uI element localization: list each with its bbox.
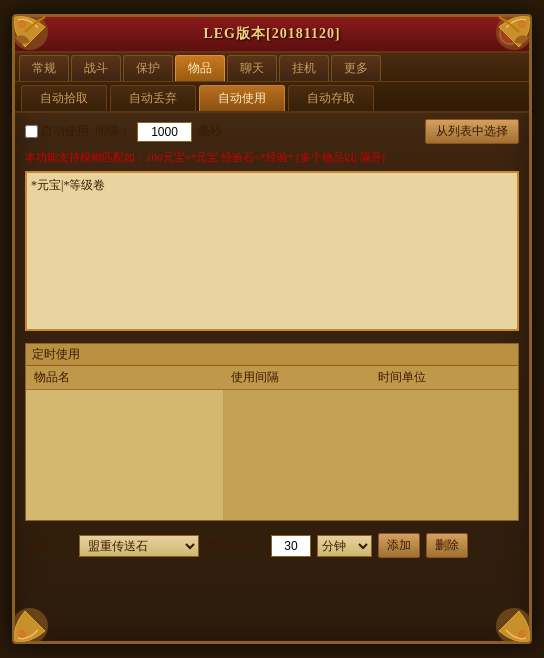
tab-battle[interactable]: 战斗 [71,55,121,81]
interval-label: 间隔： [95,123,131,140]
tab-auto-store[interactable]: 自动存取 [288,85,374,111]
svg-point-7 [518,630,526,638]
col-item-name: 物品名 [26,366,223,390]
interval-input[interactable] [137,122,192,142]
item-select[interactable]: 盟重传送石 [79,535,199,557]
main-window: LEG版本[20181120] × 常规 战斗 保护 物品 聊天 挂机 更多 自… [12,14,532,644]
title-bar: LEG版本[20181120] × [15,17,529,53]
svg-point-3 [518,20,526,28]
corner-decoration-br [479,591,534,646]
tab-chat[interactable]: 聊天 [227,55,277,81]
col-interval: 使用间隔 [223,366,371,390]
item-name-label: 物品名： [25,537,73,554]
tab-protect[interactable]: 保护 [123,55,173,81]
unit-select[interactable]: 秒 分钟 小时 [317,535,372,557]
content-area: 自动使用 间隔： 毫秒 从列表中选择 本功能支持模糊匹配如：100元宝=*元宝 … [15,113,529,564]
tab-items[interactable]: 物品 [175,55,225,81]
interval-input-2[interactable] [271,535,311,557]
corner-decoration-tr [479,12,534,67]
ms-label: 毫秒 [198,123,222,140]
auto-use-label: 自动使用 [41,123,89,140]
corner-decoration-tl [10,12,65,67]
use-interval-label: 使用间隔： [205,537,265,554]
svg-point-1 [18,20,26,28]
corner-decoration-bl [10,591,65,646]
auto-use-checkbox-label[interactable]: 自动使用 [25,123,89,140]
timer-header: 定时使用 [26,344,518,366]
timer-section: 定时使用 物品名 使用间隔 时间单位 [25,343,519,521]
tab-afk[interactable]: 挂机 [279,55,329,81]
info-text: 本功能支持模糊匹配如：100元宝=*元宝 经验石=*经验* [多个物品以| 隔开… [25,150,519,165]
tab-row-2: 自动拾取 自动丢弃 自动使用 自动存取 [15,82,529,113]
item-textarea[interactable]: *元宝|*等级卷 [25,171,519,331]
timer-table-body [26,390,223,520]
auto-use-checkbox[interactable] [25,125,38,138]
timer-table: 物品名 使用间隔 时间单位 [26,366,518,520]
timer-table-header-row: 物品名 使用间隔 时间单位 [26,366,518,390]
auto-use-row: 自动使用 间隔： 毫秒 从列表中选择 [25,119,519,144]
tab-more[interactable]: 更多 [331,55,381,81]
add-button[interactable]: 添加 [378,533,420,558]
timer-table-head: 物品名 使用间隔 时间单位 [26,366,518,390]
delete-button[interactable]: 删除 [426,533,468,558]
tab-auto-pickup[interactable]: 自动拾取 [21,85,107,111]
col-time-unit: 时间单位 [370,366,518,390]
tab-auto-discard[interactable]: 自动丢弃 [110,85,196,111]
from-list-button[interactable]: 从列表中选择 [425,119,519,144]
window-title: LEG版本[20181120] [203,25,340,43]
tab-auto-use[interactable]: 自动使用 [199,85,285,111]
tab-row-1: 常规 战斗 保护 物品 聊天 挂机 更多 [15,53,529,82]
bottom-row: 物品名： 盟重传送石 使用间隔： 秒 分钟 小时 添加 删除 [25,529,519,558]
svg-point-5 [18,630,26,638]
